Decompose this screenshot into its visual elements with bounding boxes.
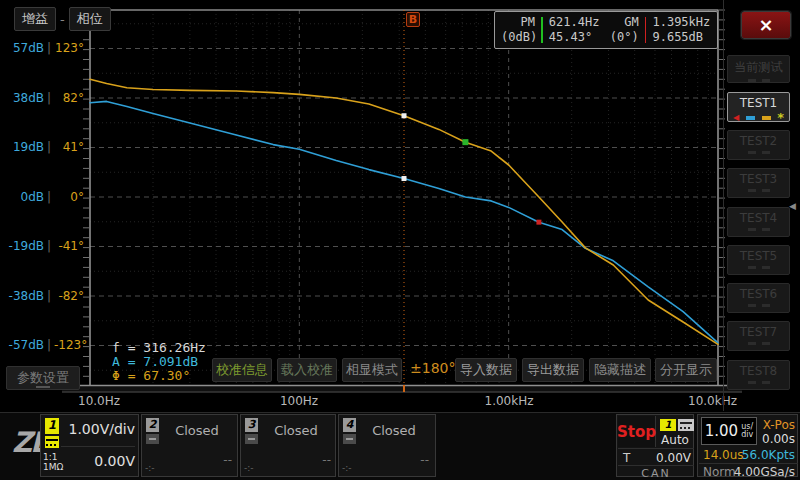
test7-button[interactable]: TEST7 xyxy=(727,321,790,351)
ch3-time: -:- xyxy=(244,463,254,473)
ch3-coupling-box xyxy=(245,434,258,444)
gain-trace-swatch-icon xyxy=(746,116,755,120)
ch4-value: -- xyxy=(357,453,429,467)
channel1-panel[interactable]: 1 1:1 1MΩ 1.00V/div 0.00V xyxy=(40,414,139,477)
timebase-scale-box[interactable]: 1.00 us/ div xyxy=(701,417,757,445)
import-data-button[interactable]: 导入数据 xyxy=(455,358,517,382)
ch3-value: -- xyxy=(259,453,331,467)
close-icon: × xyxy=(758,14,773,35)
ch3-status: Closed xyxy=(259,423,333,438)
ch1-scale: 1.00V/div xyxy=(61,421,135,437)
cursor-freq-readout: f = 316.26Hz xyxy=(112,341,206,355)
trigger-t-label: T xyxy=(623,451,630,465)
freq-tick-10khz: 10.0kHz xyxy=(688,394,737,408)
ch2-time: -:- xyxy=(145,463,155,473)
ch2-coupling-box xyxy=(146,434,159,444)
gm-label: GM xyxy=(610,15,639,30)
collapse-panel-icon[interactable]: ◀ xyxy=(789,201,796,211)
xpos-value: 0.00s xyxy=(758,432,795,446)
hide-description-button[interactable]: 隐藏描述 xyxy=(589,358,651,382)
pm-value: 45.43° xyxy=(549,30,604,45)
margin-measurements: PM (0dB) 621.4Hz 45.43° GM (0°) 1.395kHz… xyxy=(494,11,718,49)
phase-tick: -82° xyxy=(54,288,84,304)
gm-ref: (0°) xyxy=(610,30,639,45)
cursor-b-flag[interactable]: B xyxy=(406,12,420,27)
oscilloscope-bode-screen: 增益 - 相位 57dB|123° 38dB|82° 19dB|41° 0dB|… xyxy=(0,0,800,480)
mode-separator: - xyxy=(60,12,65,27)
phase-trace-swatch-icon xyxy=(762,116,771,120)
gain-tick: 0dB xyxy=(0,189,44,205)
parameter-settings-button[interactable]: 参数设置 xyxy=(6,366,80,390)
gain-tick: 38dB xyxy=(0,90,44,106)
timebase-unit: us/ div xyxy=(741,423,753,439)
ch4-time: -:- xyxy=(342,463,352,473)
phase-display-mode-button[interactable]: 相显模式 xyxy=(342,358,402,382)
pm-ref: (0dB) xyxy=(501,30,535,45)
test6-button[interactable]: TEST6 xyxy=(727,283,790,313)
ch4-status: Closed xyxy=(357,423,431,438)
test3-button[interactable]: TEST3 xyxy=(727,168,790,198)
test5-button[interactable]: TEST5 xyxy=(727,245,790,275)
phase-range-label: ±180° xyxy=(410,360,455,376)
gm-freq: 1.395kHz xyxy=(652,15,711,30)
ch1-number-badge: 1 xyxy=(45,418,59,434)
close-button[interactable]: × xyxy=(741,11,791,39)
timebase-scale: 1.00 xyxy=(705,422,738,440)
phase-mode-button[interactable]: 相位 xyxy=(69,7,111,31)
cursor-gain-readout: A = 7.091dB xyxy=(112,355,206,369)
ch2-value: -- xyxy=(160,453,232,467)
ch4-coupling-box xyxy=(343,434,356,444)
mode-toggle: 增益 - 相位 xyxy=(14,7,111,31)
trigger-mode: Auto xyxy=(657,433,693,447)
run-state: Stop xyxy=(617,423,656,441)
ch1-dc-coupling-icon xyxy=(45,436,59,448)
current-test-button[interactable]: 当前测试 xyxy=(727,55,790,83)
phase-tick: 123° xyxy=(54,40,84,56)
test4-button[interactable]: TEST4 xyxy=(727,207,790,237)
trigger-level: 0.00V xyxy=(637,451,691,465)
calibration-info-button[interactable]: 校准信息 xyxy=(212,358,272,382)
gain-tick: 19dB xyxy=(0,139,44,155)
freq-tick-100hz: 100Hz xyxy=(280,394,318,408)
gain-tick: 57dB xyxy=(0,40,44,56)
split-display-button[interactable]: 分开显示 xyxy=(655,358,717,382)
test2-button[interactable]: TEST2 xyxy=(727,130,790,160)
trigger-bus: CAN xyxy=(617,467,695,480)
gain-tick: -38dB xyxy=(0,288,44,304)
xpos-label: X-Pos xyxy=(758,418,795,432)
trigger-coupling-icon xyxy=(678,419,694,431)
phase-tick: 0° xyxy=(54,189,84,205)
freq-tick-1khz: 1.00kHz xyxy=(485,394,534,408)
phase-tick: -123° xyxy=(54,337,84,353)
memory-depth: 56.0Kpts xyxy=(738,448,795,462)
run-state-box[interactable]: Stop xyxy=(618,416,656,447)
timebase-panel: 1.00 us/ div X-Pos 0.00s 14.0us 56.0Kpts… xyxy=(697,414,798,477)
gm-marker-bar xyxy=(645,17,647,43)
export-data-button[interactable]: 导出数据 xyxy=(522,358,584,382)
phase-tick: 41° xyxy=(54,139,84,155)
pm-marker-bar xyxy=(541,17,543,43)
cursor-phase-readout: Φ = 67.30° xyxy=(112,369,206,383)
ch4-number-badge: 4 xyxy=(343,418,356,432)
ch2-number-badge: 2 xyxy=(146,418,159,432)
phase-tick: -41° xyxy=(54,238,84,254)
bode-plot xyxy=(0,0,800,480)
gm-value: 9.655dB xyxy=(652,30,711,45)
test8-button[interactable]: TEST8 xyxy=(727,360,790,390)
channel4-panel[interactable]: 4 -:- Closed -- xyxy=(338,414,436,477)
pm-freq: 621.4Hz xyxy=(549,15,604,30)
gain-mode-button[interactable]: 增益 xyxy=(14,7,56,31)
test1-button[interactable]: TEST1 ◀ * xyxy=(727,92,790,122)
phase-tick: 82° xyxy=(54,90,84,106)
gain-tick: -57dB xyxy=(0,337,44,353)
trigger-source-badge: 1 xyxy=(660,419,676,431)
test-star-icon: * xyxy=(777,115,784,121)
sample-rate: 4.00GSa/s xyxy=(728,465,795,479)
ch1-offset: 0.00V xyxy=(61,453,135,469)
cursor-readout: f = 316.26Hz A = 7.091dB Φ = 67.30° xyxy=(112,341,206,383)
channel3-panel[interactable]: 3 -:- Closed -- xyxy=(240,414,336,477)
trigger-panel[interactable]: Stop 1 Auto T 0.00V CAN xyxy=(616,414,694,477)
channel2-panel[interactable]: 2 -:- Closed -- xyxy=(141,414,238,477)
ch2-status: Closed xyxy=(160,423,234,438)
load-calibration-button[interactable]: 载入校准 xyxy=(277,358,337,382)
